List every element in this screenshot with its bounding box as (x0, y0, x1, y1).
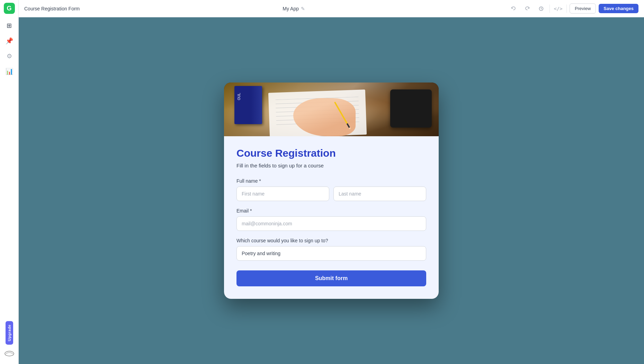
form-subtitle: Fill in the fields to sign up for a cour… (236, 163, 426, 168)
first-name-input[interactable] (236, 187, 329, 201)
app-name: My App (283, 6, 299, 11)
footer-logo-icon (3, 347, 16, 360)
sidebar-item-pin[interactable]: 📌 (3, 35, 16, 47)
email-input[interactable] (236, 216, 426, 231)
sidebar-item-settings[interactable]: ⚙ (3, 50, 16, 62)
code-button[interactable]: </> (553, 3, 564, 14)
topbar-actions: </> Preview Save changes (508, 3, 638, 14)
page-title: Course Registration Form (24, 6, 80, 11)
form-header-image (224, 83, 439, 136)
form-body: Course Registration Fill in the fields t… (224, 136, 439, 299)
full-name-label: Full name * (236, 178, 426, 184)
submit-button[interactable]: Submit form (236, 270, 426, 286)
pin-icon: 📌 (6, 37, 13, 45)
course-group: Which course would you like to sign up t… (236, 238, 426, 261)
settings-icon: ⚙ (7, 52, 12, 60)
last-name-input[interactable] (333, 187, 426, 201)
email-group: Email * (236, 208, 426, 231)
code-icon: </> (554, 6, 562, 11)
app-logo[interactable]: G (4, 3, 15, 14)
main-area: Course Registration Form My App ✎ (19, 0, 644, 364)
dashboard-icon: ⊞ (7, 22, 12, 29)
history-icon (538, 6, 544, 11)
topbar: Course Registration Form My App ✎ (19, 0, 644, 17)
edit-app-name-icon[interactable]: ✎ (301, 6, 305, 11)
sidebar-item-chart[interactable]: 📊 (3, 65, 16, 78)
form-title: Course Registration (236, 147, 426, 159)
save-button[interactable]: Save changes (599, 4, 638, 13)
redo-icon (525, 6, 530, 11)
redo-button[interactable] (522, 3, 533, 14)
sidebar-item-dashboard[interactable]: ⊞ (3, 19, 16, 32)
topbar-divider (549, 5, 550, 13)
name-row (236, 187, 426, 201)
books-decoration (234, 86, 262, 124)
full-name-group: Full name * (236, 178, 426, 201)
topbar-center: My App ✎ (84, 6, 504, 11)
history-button[interactable] (536, 3, 547, 14)
canvas: Course Registration Fill in the fields t… (19, 17, 644, 364)
preview-button[interactable]: Preview (570, 3, 596, 14)
course-input[interactable] (236, 246, 426, 261)
undo-button[interactable] (508, 3, 519, 14)
chart-icon: 📊 (6, 68, 13, 75)
upgrade-button[interactable]: Upgrade (6, 321, 13, 345)
undo-icon (511, 6, 516, 11)
sidebar: G ⊞ 📌 ⚙ 📊 Upgrade (0, 0, 19, 364)
topbar-divider-2 (566, 5, 567, 13)
form-card: Course Registration Fill in the fields t… (224, 83, 439, 299)
email-label: Email * (236, 208, 426, 214)
tablet-decoration (390, 89, 432, 128)
course-label: Which course would you like to sign up t… (236, 238, 426, 243)
